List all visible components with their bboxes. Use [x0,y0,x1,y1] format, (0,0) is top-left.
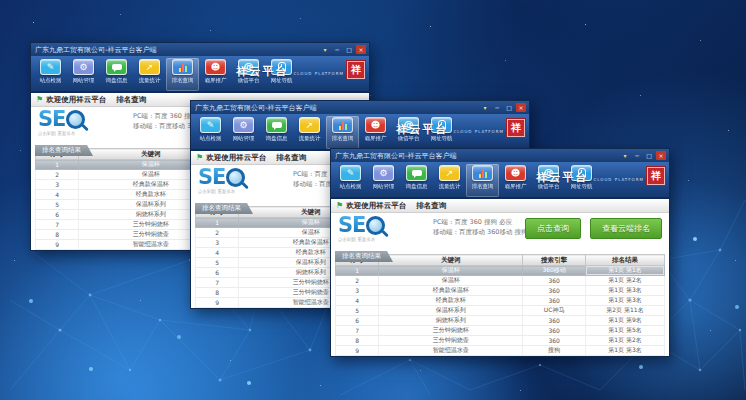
table-row[interactable]: 7三分钟焖烧杯360第1页 第5名 [336,326,665,336]
table-cell: 1 [336,266,379,276]
tab-results[interactable]: 排名查询结果 [335,251,393,262]
welcome-text: 欢迎使用祥云平台 [46,95,106,105]
view-cloud-ranking-button[interactable]: 查看云端排名 [590,218,662,239]
toolbar-item-chat-bubble[interactable]: 询盘信息 [400,164,433,197]
table-cell: 9 [36,240,79,250]
toolbar-item-bar-chart[interactable]: 排名查询 [466,164,499,197]
toolbar-item-line-chart[interactable]: ↗流量统计 [433,164,466,197]
pencil-icon: ✎ [200,117,221,133]
table-cell: 第1页 第2名 [585,276,664,286]
table-row[interactable]: 4经典款水杯360第1页 第3名 [336,296,665,306]
maximize-button[interactable]: □ [504,103,514,112]
flag-icon: ⚑ [336,202,343,210]
table-row[interactable]: 3经典款保温杯360第1页 第3名 [336,286,665,296]
app-window[interactable]: 广东九鼎工贸有限公司-祥云平台客户端 ▾─□× ✎站点检测⚙网站管理询盘信息↗流… [330,148,670,357]
results-table: 序号关键词搜索引擎排名结果 1保温杯360移动第1页 第1名2保温杯360第1页… [335,254,665,357]
table-cell: 5 [196,258,239,268]
toolbar-item-label: 询盘信息 [262,134,292,142]
toolbar-item-line-chart[interactable]: ↗流量统计 [293,116,326,149]
welcome-section: 排名查询 [116,95,146,105]
table-cell: 6 [36,210,79,220]
toolbar-item-chat-bubble[interactable]: 询盘信息 [260,116,293,149]
table-cell: 三分钟焖烧壶 [379,336,523,346]
line-chart-icon: ↗ [439,165,460,181]
toolbar-item-people[interactable]: ☻霸屏推广 [199,58,232,91]
table-row[interactable]: 9智能恒温水壶搜狗第1页 第3名 [336,346,665,356]
seo-logo-text: SE [38,109,65,130]
table-cell: 第1页 第5名 [585,326,664,336]
chat-bubble-icon [406,165,427,181]
window-title: 广东九鼎工贸有限公司-祥云平台客户端 [31,45,157,55]
minimize-button[interactable]: ─ [492,103,502,112]
toolbar-item-tools[interactable]: ⚙网站管理 [67,58,100,91]
table-cell: 三分钟焖烧杯 [379,326,523,336]
toolbar-item-pencil[interactable]: ✎站点检测 [334,164,367,197]
skin-button[interactable]: ▾ [320,45,330,54]
toolbar-item-chat-bubble[interactable]: 询盘信息 [100,58,133,91]
minimize-button[interactable]: ─ [632,151,642,160]
query-button[interactable]: 点击查询 [525,218,581,239]
tab-results[interactable]: 排名查询结果 [195,203,253,214]
tools-icon: ⚙ [373,165,394,181]
table-row[interactable]: 8三分钟焖烧壶360第1页 第2名 [336,336,665,346]
chat-bubble-icon [106,59,127,75]
column-header: 关键词 [379,255,523,266]
close-button[interactable]: × [656,151,666,160]
toolbar-item-tools[interactable]: ⚙网站管理 [227,116,260,149]
table-cell: 智能恒温水壶 [379,356,523,358]
welcome-text: 欢迎使用祥云平台 [346,201,406,211]
toolbar-item-label: 霸屏推广 [501,182,531,190]
maximize-button[interactable]: □ [644,151,654,160]
magnifier-icon [66,110,85,129]
toolbar-item-pencil[interactable]: ✎站点检测 [34,58,67,91]
table-cell: 保温杯系列 [379,306,523,316]
bar-chart-icon [172,59,193,75]
table-cell: 9 [196,298,239,308]
table-cell: 8 [196,288,239,298]
table-row[interactable]: 1保温杯360移动第1页 第1名 [336,266,665,276]
seo-logo: SE 点击刷新 重新排名 [198,167,245,194]
toolbar-item-label: 站点检测 [196,134,226,142]
toolbar-item-bar-chart[interactable]: 排名查询 [166,58,199,91]
toolbar: ✎站点检测⚙网站管理询盘信息↗流量统计排名查询☻霸屏推广@微信平台网址导航 祥云… [331,162,669,199]
toolbar: ✎站点检测⚙网站管理询盘信息↗流量统计排名查询☻霸屏推广@微信平台网址导航 祥云… [31,56,369,93]
table-row[interactable]: 6焖烧杯系列360第1页 第9名 [336,316,665,326]
maximize-button[interactable]: □ [344,45,354,54]
brand-seal-icon: 祥 [347,61,365,79]
brand-seal-icon: 祥 [507,119,525,137]
magnifier-icon [366,216,385,235]
welcome-bar: ⚑ 欢迎使用祥云平台 排名查询 [331,199,669,213]
title-bar[interactable]: 广东九鼎工贸有限公司-祥云平台客户端 ▾─□× [31,43,369,56]
seo-logo: SE 点击刷新 重新排名 [338,215,385,242]
close-button[interactable]: × [356,45,366,54]
toolbar-item-tools[interactable]: ⚙网站管理 [367,164,400,197]
welcome-text: 欢迎使用祥云平台 [206,153,266,163]
toolbar-item-pencil[interactable]: ✎站点检测 [194,116,227,149]
skin-button[interactable]: ▾ [620,151,630,160]
table-row[interactable]: 5保温杯系列UC神马第2页 第11名 [336,306,665,316]
table-cell: 7 [36,220,79,230]
title-bar[interactable]: 广东九鼎工贸有限公司-祥云平台客户端 ▾─□× [191,101,529,114]
close-button[interactable]: × [516,103,526,112]
toolbar-item-people[interactable]: ☻霸屏推广 [359,116,392,149]
window-controls: ▾─□× [320,45,366,54]
title-bar[interactable]: 广东九鼎工贸有限公司-祥云平台客户端 ▾─□× [331,149,669,162]
tools-icon: ⚙ [233,117,254,133]
table-row[interactable]: 2保温杯360第1页 第2名 [336,276,665,286]
tab-results[interactable]: 排名查询结果 [35,145,93,156]
magnifier-icon [226,168,245,187]
toolbar: ✎站点检测⚙网站管理询盘信息↗流量统计排名查询☻霸屏推广@微信平台网址导航 祥云… [191,114,529,151]
skin-button[interactable]: ▾ [480,103,490,112]
table-cell: 7 [336,326,379,336]
table-cell: 2 [336,276,379,286]
toolbar-item-bar-chart[interactable]: 排名查询 [326,116,359,149]
toolbar-item-people[interactable]: ☻霸屏推广 [499,164,532,197]
column-header: 排名结果 [585,255,664,266]
table-row[interactable]: 10智能恒温水壶360第1页 第3名 [336,356,665,358]
brand-subtitle: CLOUD PLATFORM [293,71,344,76]
toolbar-item-label: 网站管理 [69,76,99,84]
seo-tagline: 点击刷新 重新排名 [198,188,241,193]
minimize-button[interactable]: ─ [332,45,342,54]
toolbar-item-line-chart[interactable]: ↗流量统计 [133,58,166,91]
table-cell: 第1页 第1名 [585,266,664,276]
